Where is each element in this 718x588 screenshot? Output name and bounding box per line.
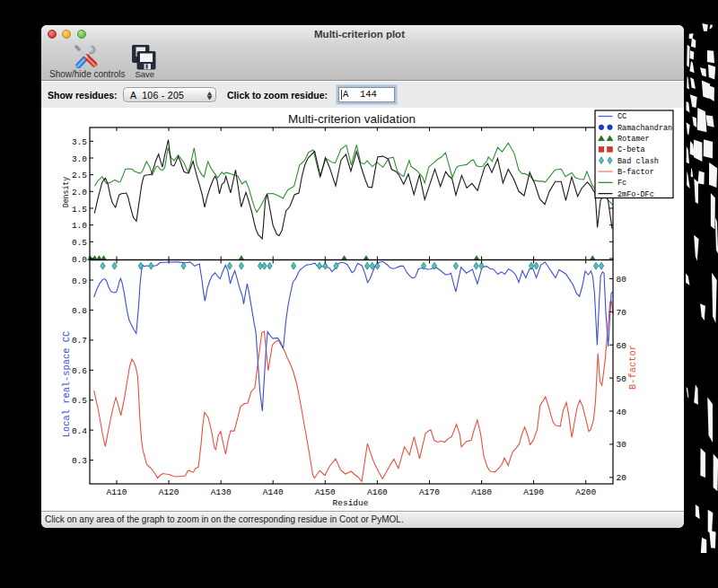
svg-text:0.6: 0.6 (72, 366, 87, 376)
svg-text:A130: A130 (211, 487, 232, 497)
svg-text:A190: A190 (523, 487, 544, 497)
svg-text:0.0: 0.0 (72, 255, 87, 265)
svg-text:A140: A140 (263, 487, 284, 497)
svg-text:Local real-space CC: Local real-space CC (61, 331, 72, 437)
svg-text:0.4: 0.4 (72, 426, 87, 436)
svg-text:0.3: 0.3 (72, 456, 87, 466)
svg-text:70: 70 (617, 308, 627, 318)
svg-text:50: 50 (617, 374, 627, 384)
svg-text:3.5: 3.5 (72, 137, 87, 147)
svg-text:40: 40 (617, 408, 627, 417)
svg-text:2mFo-DFc: 2mFo-DFc (617, 190, 654, 199)
svg-text:B-factor: B-factor (627, 345, 638, 390)
svg-text:Density: Density (62, 177, 70, 207)
svg-text:3.0: 3.0 (72, 154, 87, 164)
svg-text:C-beta: C-beta (617, 145, 645, 154)
svg-text:0.5: 0.5 (72, 238, 87, 248)
svg-text:B-factor: B-factor (617, 168, 654, 177)
svg-text:2.0: 2.0 (72, 188, 87, 197)
svg-text:A160: A160 (367, 487, 388, 497)
svg-text:1.0: 1.0 (72, 221, 87, 231)
svg-text:60: 60 (617, 341, 627, 351)
svg-text:Multi-criterion validation: Multi-criterion validation (288, 112, 416, 126)
svg-text:30: 30 (617, 440, 627, 450)
svg-text:80: 80 (617, 275, 627, 285)
svg-text:Bad clash: Bad clash (617, 157, 659, 166)
svg-text:0.7: 0.7 (72, 336, 87, 346)
svg-text:A170: A170 (419, 487, 440, 497)
svg-text:Residue: Residue (333, 498, 369, 508)
svg-text:2.5: 2.5 (72, 171, 87, 180)
svg-text:Rotamer: Rotamer (617, 135, 650, 144)
svg-text:1.5: 1.5 (72, 205, 87, 215)
svg-text:Fc: Fc (617, 179, 626, 188)
svg-text:20: 20 (617, 473, 627, 483)
svg-text:Ramachandran: Ramachandran (617, 124, 672, 133)
svg-text:0.8: 0.8 (72, 306, 87, 316)
svg-text:CC: CC (617, 112, 626, 121)
svg-text:0.5: 0.5 (72, 396, 87, 406)
svg-text:A200: A200 (575, 487, 596, 497)
svg-text:0.9: 0.9 (72, 276, 87, 286)
svg-text:A110: A110 (107, 487, 127, 497)
svg-text:A120: A120 (159, 487, 180, 497)
svg-text:A150: A150 (315, 487, 336, 497)
svg-text:A180: A180 (471, 487, 492, 497)
